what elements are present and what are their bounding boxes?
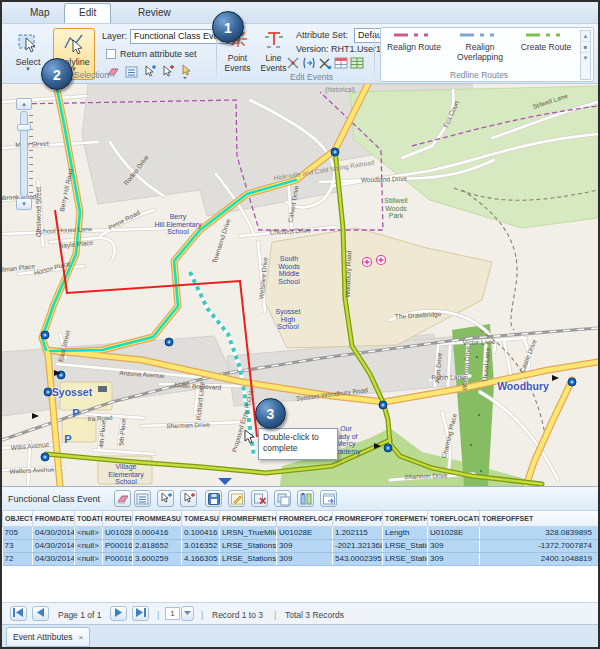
return-attribute-set-checkbox[interactable] [106,49,116,59]
endpoint-marker [379,401,387,409]
endpoint-marker [331,148,339,156]
realign-overlapping-label: Realign Overlapping [449,43,511,63]
redline-routes-group-label: Redline Routes [450,70,508,80]
select-tool-icon [16,47,40,57]
tooltip-line: complete [263,443,333,454]
column-header[interactable]: OBJECTID [3,511,33,526]
scroll-thumb[interactable]: ■ [581,42,590,53]
previous-page-icon[interactable] [32,606,49,621]
line-events-icon [263,43,285,53]
scroll-up-icon[interactable]: ▲ [581,31,590,42]
station-building [98,386,107,392]
column-header[interactable]: FROMMEASURE [133,511,182,526]
zoom-in-icon[interactable]: ▲ [16,98,32,110]
edit-icon[interactable] [228,490,245,507]
map-zoom-slider[interactable]: ▲ ▼ [16,98,33,210]
realign-route-label: Realign Route [383,43,445,53]
column-header[interactable]: TOREFLOCATION [428,511,480,526]
column-header[interactable]: FROMREFLOCATION [277,511,333,526]
event-attributes-panel: Functional Class Event OBJECTIDFROMDATET… [2,486,598,647]
column-header[interactable]: FROMREFMETHOD [220,511,277,526]
delete-icon[interactable] [251,490,268,507]
column-header[interactable]: TOMEASURE [182,511,220,526]
zoom-to-selection-icon[interactable] [157,490,174,507]
point-events-icon [227,43,249,53]
table-row[interactable]: 7304/30/2014<null>P00016N2.8186523.01635… [3,539,599,552]
version-label: Version: RHT1.User1 [296,44,381,54]
table-row[interactable]: 7204/30/2014<null>P00016N3.6002594.16630… [3,552,599,565]
sketch-tooltip: Double-click to complete [258,428,338,460]
next-page-icon[interactable] [110,606,127,621]
add-to-selection-icon[interactable] [142,64,158,80]
column-header[interactable]: TOREFMETHOD [383,511,428,526]
last-page-icon[interactable] [132,606,149,621]
sort-columns-icon[interactable] [297,490,314,507]
redline-scrollbar[interactable]: ▲ ■ ▼ [580,30,591,80]
map-graphics [2,84,598,486]
table-pager: Page 1 of 1 | 1 | Record 1 to 3 | Total … [2,602,598,624]
realign-overlapping-button[interactable]: Realign Overlapping [449,31,511,73]
page-number-input[interactable]: 1 [165,607,180,620]
endpoint-marker [568,378,576,386]
zoom-out-icon[interactable]: ▼ [16,198,32,210]
event-attributes-tab[interactable]: Event Attributes× [6,627,90,647]
separator: | [274,610,276,620]
attribute-grid-icon[interactable] [350,56,366,72]
page-status-text: Page 1 of 1 [58,610,101,620]
table-row[interactable]: 70504/30/2014<null>U01028E0.0004160.1004… [3,526,599,539]
edit-events-group-label: Edit Events [290,72,333,82]
line-events-button[interactable]: Line Events [256,28,291,82]
copy-icon[interactable] [274,490,291,507]
event-table-icon[interactable] [334,56,350,72]
retire-event-icon[interactable] [318,56,334,72]
record-range-text: Record 1 to 3 [212,610,263,620]
column-header[interactable]: FROMDATE [33,511,75,526]
return-attribute-set-label: Return attribute set [120,49,197,59]
endpoint-marker [384,444,392,452]
column-header[interactable]: TOREFOFFSET [480,511,599,526]
open-form-icon[interactable] [320,490,337,507]
close-tab-icon[interactable]: × [79,633,84,642]
selection-group-label: Selection [74,70,109,80]
endpoint-marker [41,453,49,461]
zoom-slider-track[interactable] [20,111,28,197]
realign-route-icon [392,32,436,42]
attribute-set-label: Attribute Set: [296,30,348,40]
endpoint-marker [165,338,173,346]
save-icon[interactable] [205,490,222,507]
ribbon: Map Edit Review Select ▼ Polyline ▼ La [2,2,598,84]
column-header[interactable]: FROMREFOFFSET [333,511,383,526]
realign-route-button[interactable]: Realign Route [383,31,445,73]
zoom-slider-handle[interactable] [17,124,31,131]
create-route-button[interactable]: Create Route [515,31,577,73]
tab-map[interactable]: Map [16,4,63,24]
eraser-icon[interactable] [114,490,131,507]
column-header[interactable]: ROUTEID [103,511,133,526]
scroll-down-icon[interactable]: ▼ [581,53,590,64]
show-selected-icon[interactable] [134,490,151,507]
point-events-label: Point Events [220,54,255,74]
map-canvas[interactable]: (historical)Hicksville and Cold Spring R… [2,84,598,486]
separator: | [157,610,159,620]
selection-options-icon[interactable] [178,64,194,80]
table-header-row: OBJECTIDFROMDATETODATEROUTEIDFROMMEASURE… [3,511,599,526]
table-toolbar: Functional Class Event [2,487,598,511]
event-attributes-tab-label: Event Attributes [13,632,73,642]
realign-overlapping-icon [458,32,502,42]
page-dropdown-icon[interactable] [181,606,194,621]
tab-edit[interactable]: Edit [64,3,111,23]
remove-from-selection-icon[interactable] [160,64,176,80]
list-selection-icon[interactable] [124,64,140,80]
tab-review[interactable]: Review [124,4,185,24]
column-header[interactable]: TODATE [75,511,103,526]
pan-to-selection-icon[interactable] [180,490,197,507]
merge-events-icon[interactable] [302,56,318,72]
ribbon-body: Select ▼ Polyline ▼ Layer: Functional Cl… [2,24,598,84]
table-title: Functional Class Event [8,494,100,504]
total-records-text: Total 3 Records [285,610,344,620]
first-page-icon[interactable] [10,606,27,621]
separator: | [201,610,203,620]
split-event-icon[interactable] [286,56,302,72]
callout-badge-1: 1 [212,11,244,43]
endpoint-marker [44,388,52,396]
